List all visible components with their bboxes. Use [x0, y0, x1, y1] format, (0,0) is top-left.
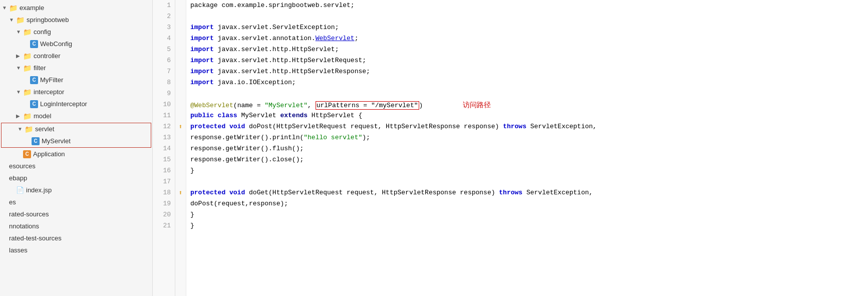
sidebar-label-WebConfig: WebConfig: [40, 39, 72, 49]
sidebar-item-controller[interactable]: 📁controller: [0, 50, 152, 62]
gutter-mark-9: [175, 88, 186, 99]
code-token: "MyServlet": [264, 102, 308, 109]
code-token: package: [190, 2, 221, 9]
sidebar-item-MyFilter[interactable]: CMyFilter: [0, 74, 152, 86]
gutter-mark-21: [175, 220, 186, 231]
gutter-mark-14: [175, 143, 186, 154]
gutter: ⬆⬆: [175, 0, 186, 296]
code-token: javax.servlet.http.HttpServlet;: [218, 46, 339, 53]
code-line-21: }: [190, 220, 868, 231]
sidebar-item-example[interactable]: 📁example: [0, 2, 152, 14]
sidebar-label-sep4: rated-test-sources: [9, 233, 62, 243]
sidebar-item-filter[interactable]: 📁filter: [0, 62, 152, 74]
code-token: java.io.IOException;: [218, 79, 296, 86]
sidebar-item-Application[interactable]: CApplication: [0, 148, 152, 160]
gutter-mark-13: [175, 132, 186, 143]
line-num-5: 5: [153, 44, 171, 55]
code-token: ,: [308, 102, 316, 109]
tree-arrow-interceptor: [16, 87, 22, 97]
code-token: throws: [499, 189, 526, 196]
code-line-10: @WebServlet(name = "MyServlet", urlPatte…: [190, 99, 868, 110]
code-token: response.getWriter().flush();: [190, 145, 304, 152]
code-line-16: }: [190, 165, 868, 176]
code-token: response.getWriter().println(: [190, 134, 304, 141]
sidebar-item-interceptor[interactable]: 📁interceptor: [0, 86, 152, 98]
file-tree[interactable]: 📁example📁springbootweb📁configCWebConfig📁…: [0, 0, 153, 296]
line-numbers: 123456789101112131415161718192021: [153, 0, 175, 296]
code-token: com.example.springbootweb.servlet;: [221, 2, 354, 9]
gutter-mark-3: [175, 22, 186, 33]
sidebar-label-config: config: [34, 27, 51, 37]
sidebar-label-sep3: nnotations: [9, 221, 39, 231]
code-token: doPost(request,response);: [190, 200, 288, 207]
gutter-mark-10: [175, 99, 186, 110]
folder-icon: 📁: [23, 27, 32, 37]
sidebar-item-servlet[interactable]: 📁servlet: [2, 123, 151, 135]
folder-icon: 📁: [9, 3, 18, 13]
code-line-17: [190, 176, 868, 187]
code-token: "hello servlet": [304, 134, 362, 141]
sidebar-item-WebConfig[interactable]: CWebConfig: [0, 38, 152, 50]
sidebar-item-MyServlet[interactable]: CMyServlet: [2, 135, 151, 147]
sidebar-item-resources-sep[interactable]: esources: [0, 160, 152, 172]
sidebar-label-resources-sep: esources: [9, 161, 36, 171]
gutter-mark-17: [175, 176, 186, 187]
sidebar-label-example: example: [20, 3, 44, 13]
gutter-mark-8: [175, 77, 186, 88]
code-line-14: response.getWriter().flush();: [190, 143, 868, 154]
sidebar-item-index-jsp[interactable]: 📄index.jsp: [0, 184, 152, 196]
line-num-9: 9: [153, 88, 171, 99]
code-line-3: import javax.servlet.ServletException;: [190, 22, 868, 33]
code-token: javax.servlet.annotation.: [218, 35, 316, 42]
sidebar-label-MyServlet: MyServlet: [42, 136, 71, 146]
code-token: void: [229, 189, 249, 196]
tree-arrow-controller: [16, 51, 22, 61]
tree-arrow-filter: [16, 63, 22, 73]
sidebar-item-springbootweb[interactable]: 📁springbootweb: [0, 14, 152, 26]
class-icon-orange: C: [23, 150, 31, 158]
sidebar-item-sep4[interactable]: rated-test-sources: [0, 232, 152, 244]
gutter-mark-2: [175, 11, 186, 22]
code-token: response.getWriter().close();: [190, 156, 304, 163]
code-token: javax.servlet.http.HttpServletRequest;: [218, 57, 366, 64]
code-token: public: [190, 112, 218, 119]
line-num-17: 17: [153, 176, 171, 187]
code-token: doPost(HttpServletRequest request, HttpS…: [249, 123, 503, 130]
sidebar-label-controller: controller: [34, 51, 60, 61]
sidebar-label-LoginInterceptor: LoginInterceptor: [40, 99, 87, 109]
servlet-selected-group: 📁servletCMyServlet: [1, 123, 151, 148]
sidebar-item-sep2[interactable]: rated-sources: [0, 208, 152, 220]
gutter-mark-7: [175, 66, 186, 77]
code-editor: 123456789101112131415161718192021 ⬆⬆ pac…: [153, 0, 868, 296]
code-token: ServletException,: [530, 123, 597, 130]
sidebar-label-springbootweb: springbootweb: [27, 15, 69, 25]
line-num-6: 6: [153, 55, 171, 66]
sidebar-item-config[interactable]: 📁config: [0, 26, 152, 38]
sidebar-item-sep5[interactable]: lasses: [0, 244, 152, 256]
sidebar-item-sep3[interactable]: nnotations: [0, 220, 152, 232]
code-token: protected: [190, 189, 229, 196]
gutter-mark-20: [175, 209, 186, 220]
code-token: MyServlet: [241, 112, 280, 119]
breakpoint-icon: ⬆: [179, 123, 183, 131]
sidebar-label-sep1: es: [9, 197, 16, 207]
code-token: javax.servlet.ServletException;: [218, 24, 339, 31]
gutter-mark-12: ⬆: [175, 121, 186, 132]
sidebar-item-webapp-sep[interactable]: ebapp: [0, 172, 152, 184]
tree-arrow-servlet: [18, 124, 24, 134]
file-icon: 📄: [16, 185, 24, 195]
code-line-7: import javax.servlet.http.HttpServletRes…: [190, 66, 868, 77]
gutter-mark-15: [175, 154, 186, 165]
code-line-4: import javax.servlet.annotation.WebServl…: [190, 33, 868, 44]
line-num-8: 8: [153, 77, 171, 88]
code-line-19: doPost(request,response);: [190, 198, 868, 209]
line-num-7: 7: [153, 66, 171, 77]
sidebar-item-sep1[interactable]: es: [0, 196, 152, 208]
sidebar-item-LoginInterceptor[interactable]: CLoginInterceptor: [0, 98, 152, 110]
gutter-mark-1: [175, 0, 186, 11]
code-line-11: public class MyServlet extends HttpServl…: [190, 110, 868, 121]
sidebar-item-model[interactable]: 📁model: [0, 110, 152, 122]
sidebar-label-sep2: rated-sources: [9, 209, 49, 219]
class-icon: C: [30, 100, 38, 108]
code-line-12: protected void doPost(HttpServletRequest…: [190, 121, 868, 132]
